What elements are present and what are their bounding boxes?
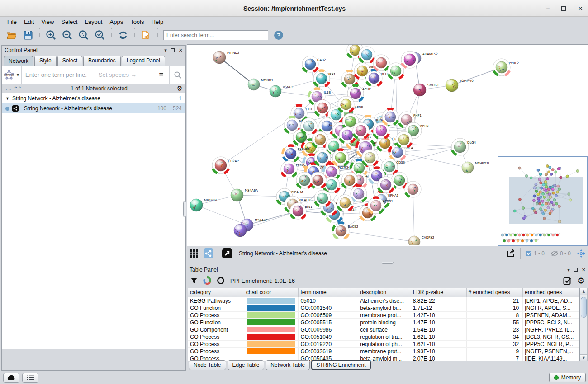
scroll-thumb[interactable]: [581, 297, 587, 318]
protein-node[interactable]: [296, 172, 313, 188]
vertical-splitter-grip[interactable]: [183, 201, 186, 217]
pie-chart-icon[interactable]: [203, 276, 211, 285]
network-row[interactable]: String Network - Alzheimer's disease 100…: [2, 103, 185, 113]
tab-select[interactable]: Select: [57, 56, 82, 66]
protein-node[interactable]: APBB1: [368, 197, 393, 214]
tab-string-enrichment[interactable]: STRING Enrichment: [311, 360, 370, 370]
panel-close-icon[interactable]: ✕: [582, 267, 586, 273]
string-share-icon[interactable]: [202, 248, 215, 259]
network-from-file-button[interactable]: [140, 29, 152, 41]
zoom-selected-button[interactable]: [94, 29, 106, 41]
tab-edge-table[interactable]: Edge Table: [228, 360, 265, 370]
column-header[interactable]: enriched genes: [523, 288, 579, 297]
select-terms-checkbox-icon[interactable]: [563, 276, 572, 285]
string-term-input[interactable]: Enter one term per line. Set species →: [22, 71, 153, 78]
task-history-icon[interactable]: [22, 373, 38, 383]
menu-select[interactable]: Select: [58, 18, 81, 26]
column-header[interactable]: description: [358, 288, 411, 297]
protein-node[interactable]: [337, 195, 353, 211]
column-header[interactable]: category: [188, 288, 244, 297]
protein-node[interactable]: [234, 224, 247, 237]
menu-help[interactable]: Help: [148, 18, 167, 26]
protein-node[interactable]: MT-ND2: [213, 51, 239, 64]
grid-view-icon[interactable]: [188, 248, 200, 259]
tab-network-table[interactable]: Network Table: [266, 360, 310, 370]
save-session-button[interactable]: [22, 29, 34, 41]
table-settings-gear-icon[interactable]: ⚙: [577, 276, 585, 286]
protein-node[interactable]: [314, 150, 331, 166]
maximize-button[interactable]: [561, 6, 566, 11]
protein-node[interactable]: [382, 109, 398, 125]
protein-node[interactable]: [332, 150, 349, 166]
protein-node[interactable]: MTHFD1L: [462, 162, 490, 173]
zoom-out-button[interactable]: [62, 29, 73, 41]
column-header[interactable]: FDR p-value: [411, 288, 467, 297]
protein-node[interactable]: SMUG1: [413, 84, 439, 96]
protein-node[interactable]: BACE2: [333, 223, 358, 239]
panel-close-icon[interactable]: ✕: [179, 47, 183, 53]
table-row[interactable]: GO ComponentGO:0009986cell surface1.54E-…: [188, 326, 579, 333]
horizontal-splitter[interactable]: [187, 260, 588, 265]
string-protein-query-icon[interactable]: STRING ▼: [2, 66, 22, 84]
ring-chart-icon[interactable]: [217, 276, 225, 285]
protein-node[interactable]: [373, 122, 389, 139]
table-row[interactable]: GO ProcessGO:0051049regulation of tra...…: [188, 333, 579, 341]
column-header[interactable]: term name: [299, 288, 358, 297]
menu-view[interactable]: View: [38, 18, 57, 26]
minimize-button[interactable]: –: [546, 5, 550, 12]
open-session-button[interactable]: [6, 29, 18, 41]
protein-node[interactable]: [388, 63, 404, 79]
menu-edit[interactable]: Edit: [21, 18, 37, 26]
birds-eye-navigator[interactable]: [498, 156, 588, 246]
protein-node[interactable]: [359, 47, 375, 63]
zoom-in-button[interactable]: [45, 29, 57, 41]
protein-node[interactable]: MT-ND1: [248, 79, 273, 90]
tab-boundaries[interactable]: Boundaries: [83, 56, 121, 66]
protein-node[interactable]: DLG4: [451, 138, 476, 155]
refresh-button[interactable]: [117, 29, 129, 41]
filter-icon[interactable]: [190, 277, 198, 284]
string-options-button[interactable]: ≡: [153, 66, 169, 84]
menu-file[interactable]: File: [4, 18, 20, 26]
menu-layout[interactable]: Layout: [81, 18, 105, 26]
panel-menu-icon[interactable]: ▾: [567, 267, 570, 273]
collapse-triangle-icon[interactable]: ▼: [5, 96, 9, 101]
help-icon[interactable]: ?: [273, 29, 285, 41]
expand-all-icon[interactable]: ⌃⌃: [14, 86, 22, 91]
table-vertical-scrollbar[interactable]: ▲ ▼: [580, 288, 588, 361]
scroll-down-arrow[interactable]: ▼: [580, 354, 587, 361]
network-collection-row[interactable]: ▼ String Network - Alzheimer's disease 1: [2, 94, 185, 103]
protein-node[interactable]: [351, 186, 367, 202]
protein-node[interactable]: [353, 122, 369, 139]
memory-button[interactable]: Memory: [549, 373, 586, 382]
protein-node[interactable]: [362, 150, 378, 166]
search-input[interactable]: [163, 30, 268, 40]
protein-node[interactable]: [405, 181, 421, 197]
open-in-new-window-icon[interactable]: [221, 248, 233, 259]
protein-node[interactable]: [378, 177, 394, 193]
protein-node[interactable]: [338, 96, 354, 112]
tab-node-table[interactable]: Node Table: [189, 360, 226, 370]
protein-node[interactable]: MS4A4A: [190, 199, 217, 211]
panel-float-icon[interactable]: [574, 268, 578, 272]
table-row[interactable]: GO ProcessGO:0033619membrane prot...1.93…: [188, 348, 579, 355]
tab-style[interactable]: Style: [34, 56, 57, 66]
panel-menu-icon[interactable]: ▾: [164, 47, 167, 53]
protein-node[interactable]: BCHE: [366, 70, 389, 86]
protein-node[interactable]: [396, 131, 412, 148]
protein-node[interactable]: TOMM40: [446, 79, 474, 92]
protein-node[interactable]: CD2AP: [212, 157, 239, 174]
menu-tools[interactable]: Tools: [127, 18, 147, 26]
column-header[interactable]: chart color: [244, 288, 299, 297]
zoom-fit-button[interactable]: [78, 29, 90, 41]
export-network-icon[interactable]: [505, 248, 517, 259]
table-row[interactable]: GO FunctionGO:0005515protein binding1.47…: [188, 319, 579, 326]
collapse-all-icon[interactable]: ⌄⌄: [5, 86, 12, 91]
table-row[interactable]: KEGG Pathways05010Alzheimer's dise...8.8…: [188, 297, 579, 304]
string-search-button[interactable]: [169, 66, 185, 84]
table-row[interactable]: GO ProcessGO:0019220regulation of ph...1…: [188, 341, 579, 348]
table-row[interactable]: GO ProcessGO:0006509membrane prot...1.42…: [188, 312, 579, 319]
column-header[interactable]: # enriched genes: [467, 288, 523, 297]
panel-float-icon[interactable]: [171, 48, 175, 52]
protein-node[interactable]: [341, 172, 358, 188]
